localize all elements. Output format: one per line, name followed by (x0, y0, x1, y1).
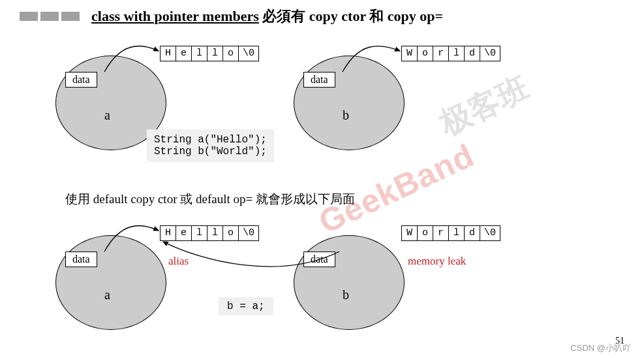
watermark-gray: 极客班 (433, 67, 536, 145)
cell: l (192, 46, 207, 61)
label-b-top: b (343, 108, 349, 123)
cell: d (465, 46, 480, 61)
cell: e (176, 46, 192, 61)
label-a-top: a (104, 108, 110, 123)
cell: o (223, 46, 239, 61)
label-a-bottom: a (104, 287, 110, 302)
data-box-a-bottom: data (65, 252, 97, 267)
cell: o (418, 46, 433, 61)
cell: l (192, 226, 207, 240)
buffer-hello-bottom: Hello\0 (160, 225, 259, 241)
cell: H (161, 226, 176, 240)
data-box-b-top: data (303, 72, 335, 88)
buffer-hello-top: Hello\0 (160, 46, 259, 61)
cell: r (433, 226, 449, 240)
cell: \0 (480, 46, 500, 61)
cell: d (465, 226, 480, 240)
code-bottom: b = a; (219, 297, 273, 316)
memory-leak-label: memory leak (408, 255, 466, 268)
cell: l (207, 46, 223, 61)
object-a-bottom (55, 235, 166, 330)
cell: \0 (239, 46, 258, 61)
cell: o (418, 226, 433, 240)
mid-explanation: 使用 default copy ctor 或 default op= 就會形成以… (65, 191, 355, 208)
alias-label: alias (168, 255, 189, 268)
cell: e (176, 226, 192, 240)
cell: r (433, 46, 449, 61)
buffer-world-bottom: World\0 (401, 225, 500, 241)
cell: W (402, 226, 418, 240)
data-box-a-top: data (65, 72, 97, 88)
code-top: String a("Hello"); String b("World"); (147, 129, 274, 162)
label-b-bottom: b (343, 287, 349, 302)
cell: H (161, 46, 176, 61)
cell: \0 (480, 226, 500, 240)
cell: l (449, 46, 465, 61)
diagram-canvas: 极客班 GeekBand data a Hello\0 data b World… (0, 0, 644, 358)
data-box-b-bottom: data (303, 252, 335, 267)
buffer-world-top: World\0 (401, 46, 500, 61)
cell: l (207, 226, 223, 240)
cell: o (223, 226, 239, 240)
footer-watermark: CSDN @小叭吖 (570, 342, 631, 354)
cell: l (449, 226, 465, 240)
object-b-top (294, 56, 405, 150)
cell: W (402, 46, 418, 61)
object-b-bottom (294, 235, 405, 330)
cell: \0 (239, 226, 258, 240)
